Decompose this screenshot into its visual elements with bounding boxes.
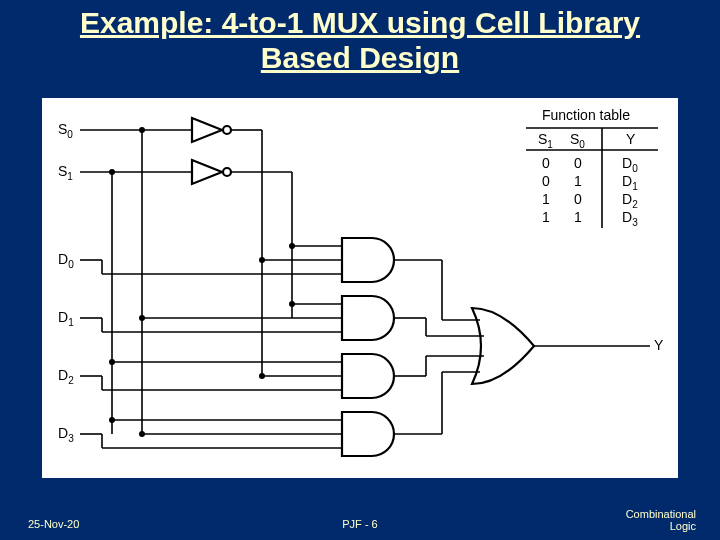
svg-point-32 xyxy=(289,301,295,307)
ft-h-y: Y xyxy=(626,131,636,147)
svg-point-36 xyxy=(109,359,115,365)
and-gate-2 xyxy=(342,354,394,398)
svg-point-7 xyxy=(139,127,145,133)
label-d0: D0 xyxy=(58,251,74,270)
footer-page: PJF - 6 xyxy=(0,518,720,530)
ft-r1-y: D1 xyxy=(622,173,638,192)
title-line-1: Example: 4-to-1 MUX using Cell Library xyxy=(80,6,640,39)
or-gate xyxy=(472,308,534,384)
mux-schematic: Function table S1 S0 Y 0 0 D0 0 1 D1 1 0… xyxy=(42,98,678,478)
slide-title: Example: 4-to-1 MUX using Cell Library B… xyxy=(0,6,720,75)
title-line-2: Based Design xyxy=(261,41,459,74)
svg-point-40 xyxy=(109,417,115,423)
svg-point-12 xyxy=(109,169,115,175)
ft-r3-y: D3 xyxy=(622,209,638,228)
function-table-caption: Function table xyxy=(542,107,630,123)
inverter-s0 xyxy=(192,118,231,142)
label-y: Y xyxy=(654,337,664,353)
function-table: Function table S1 S0 Y 0 0 D0 0 1 D1 1 0… xyxy=(526,107,658,228)
and-gate-0 xyxy=(342,238,394,282)
svg-point-38 xyxy=(259,373,265,379)
ft-r1-s0: 1 xyxy=(574,173,582,189)
svg-point-42 xyxy=(139,431,145,437)
ft-h-s0: S0 xyxy=(570,131,585,150)
svg-point-30 xyxy=(259,257,265,263)
label-s1: S1 xyxy=(58,163,73,182)
ft-r0-s1: 0 xyxy=(542,155,550,171)
ft-r3-s0: 1 xyxy=(574,209,582,225)
ft-r2-y: D2 xyxy=(622,191,638,210)
ft-h-s1: S1 xyxy=(538,131,553,150)
label-s0: S0 xyxy=(58,121,73,140)
svg-point-3 xyxy=(223,126,231,134)
label-d2: D2 xyxy=(58,367,74,386)
and-gate-3 xyxy=(342,412,394,456)
label-d1: D1 xyxy=(58,309,74,328)
svg-point-34 xyxy=(139,315,145,321)
slide: Example: 4-to-1 MUX using Cell Library B… xyxy=(0,0,720,540)
slide-footer: 25-Nov-20 PJF - 6 Combinational Logic xyxy=(0,504,720,532)
ft-r2-s0: 0 xyxy=(574,191,582,207)
circuit-diagram: Function table S1 S0 Y 0 0 D0 0 1 D1 1 0… xyxy=(42,98,678,478)
ft-r0-y: D0 xyxy=(622,155,638,174)
ft-r1-s1: 0 xyxy=(542,173,550,189)
footer-topic: Combinational Logic xyxy=(626,508,696,532)
ft-r3-s1: 1 xyxy=(542,209,550,225)
inverter-s1 xyxy=(192,160,231,184)
svg-point-28 xyxy=(289,243,295,249)
ft-r0-s0: 0 xyxy=(574,155,582,171)
label-d3: D3 xyxy=(58,425,74,444)
ft-r2-s1: 1 xyxy=(542,191,550,207)
and-gate-1 xyxy=(342,296,394,340)
svg-point-4 xyxy=(223,168,231,176)
